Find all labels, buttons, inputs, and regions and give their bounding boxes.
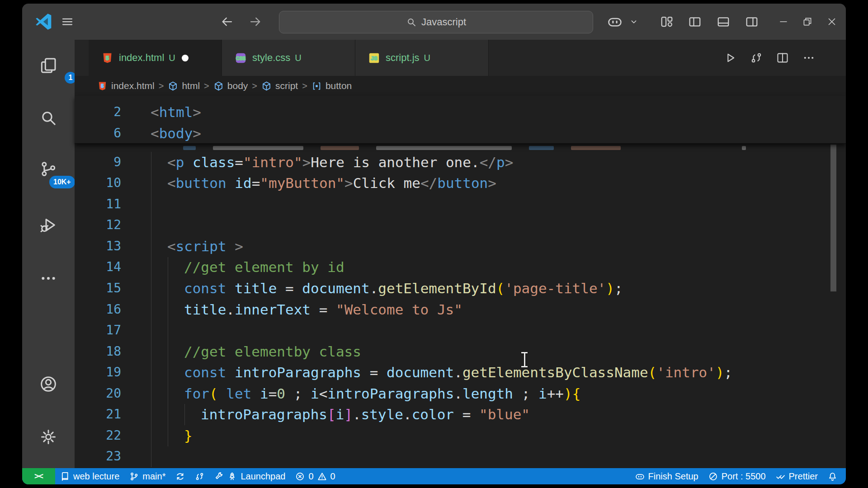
customize-layout-icon[interactable] [657, 12, 677, 32]
code-line[interactable]: 21introParagraphs[i].style.color = "blue… [75, 404, 846, 425]
line-content: //get elementby class [122, 341, 846, 362]
activity-source-control[interactable]: 10K+ [38, 158, 59, 180]
minimize-button[interactable] [774, 12, 793, 32]
breadcrumb-label: body [227, 80, 248, 91]
line-number: 20 [75, 383, 122, 404]
line-number: 19 [75, 362, 122, 383]
code-line[interactable]: 12 [75, 215, 846, 236]
screen: Javascript [0, 0, 868, 488]
code-line[interactable]: 9<p class="intro">Here is another one.</… [75, 152, 846, 173]
run-icon [724, 52, 736, 64]
line-number: 16 [75, 299, 122, 320]
sticky-scroll: 2<html>6<body> [75, 96, 846, 144]
toggle-secondary-sidebar-icon[interactable] [742, 12, 762, 32]
code-line[interactable]: 22} [75, 425, 846, 446]
status-prettier[interactable]: Prettier [771, 468, 823, 484]
tabs: 5index.htmlUCSSstyle.cssUJSscript.jsU [89, 40, 489, 76]
status-compare-changes[interactable] [190, 468, 209, 484]
status-remote[interactable]: >< [22, 468, 55, 484]
line-number: 23 [75, 446, 122, 467]
toggle-sidebar-icon[interactable] [685, 12, 705, 32]
git-status-badge: U [169, 53, 175, 63]
code-line[interactable]: 17 [75, 320, 846, 341]
more-icon [802, 52, 815, 64]
chevron-down-icon[interactable] [626, 12, 642, 32]
line-content [122, 446, 846, 467]
scm-icon [39, 160, 57, 178]
close-button[interactable] [822, 12, 842, 32]
activity-settings[interactable] [38, 426, 59, 448]
line-content: <body> [122, 123, 846, 144]
tab-bar: 5index.htmlUCSSstyle.cssUJSscript.jsU [75, 40, 846, 76]
code-line[interactable]: 6<body> [75, 123, 846, 144]
menu-icon[interactable] [57, 12, 77, 32]
open-changes-button[interactable] [746, 48, 766, 68]
line-number: 6 [75, 123, 122, 144]
more-actions-button[interactable] [799, 48, 819, 68]
line-number: 15 [75, 278, 122, 299]
activity-run-debug[interactable] [38, 214, 59, 236]
gear-icon [39, 428, 57, 446]
copilot-icon[interactable] [604, 12, 625, 32]
code-line[interactable]: 14//get element by id [75, 257, 846, 278]
breadcrumb-label: html [182, 80, 200, 91]
toggle-panel-icon[interactable] [713, 12, 733, 32]
html5-icon: 5 [97, 81, 108, 91]
breadcrumb-item[interactable]: body [213, 80, 248, 91]
code-line[interactable]: 19const introParagraphs = document.getEl… [75, 362, 846, 383]
tab-script.js[interactable]: JSscript.jsU [355, 40, 489, 76]
line-content [122, 320, 846, 341]
activity-explorer[interactable]: 1 [38, 55, 59, 76]
code-line[interactable]: 10<button id="myButton">Click me</button… [75, 173, 846, 194]
line-number: 2 [75, 102, 122, 123]
copilot-icon [635, 472, 645, 481]
code-line[interactable]: 16title.innerText = "Welcome to Js" [75, 299, 846, 320]
breadcrumb-item[interactable]: button [311, 80, 352, 91]
copilot-setup-label: Finish Setup [648, 471, 698, 482]
breadcrumb-item[interactable]: script [261, 80, 298, 91]
status-repository[interactable]: web lecture [55, 468, 124, 484]
run-button[interactable] [720, 48, 740, 68]
breadcrumb-item[interactable]: 5index.html [97, 80, 155, 91]
unsaved-dot-icon[interactable] [182, 55, 189, 61]
status-notifications[interactable] [823, 468, 842, 484]
status-launchpad[interactable]: Launchpad [209, 468, 290, 484]
breadcrumb-item[interactable]: html [168, 80, 200, 91]
git-status-badge: U [424, 53, 430, 63]
tab-index.html[interactable]: 5index.htmlU [89, 40, 222, 76]
mouse-cursor-ibeam [520, 352, 528, 367]
command-center[interactable]: Javascript [279, 11, 593, 33]
status-sync[interactable] [170, 468, 190, 484]
tab-style.css[interactable]: CSSstyle.cssU [222, 40, 355, 76]
restore-button[interactable] [797, 12, 817, 32]
status-git-branch[interactable]: main* [124, 468, 170, 484]
code-line[interactable]: 18//get elementby class [75, 341, 846, 362]
status-copilot-setup[interactable]: Finish Setup [630, 468, 703, 484]
line-content: const introParagraphs = document.getElem… [122, 362, 846, 383]
status-live-server-port[interactable]: Port : 5500 [703, 468, 771, 484]
line-content: introParagraphs[i].style.color = "blue" [122, 404, 846, 425]
forward-icon[interactable] [245, 12, 265, 32]
activity-search[interactable] [38, 107, 59, 129]
breadcrumb-separator: > [159, 81, 164, 91]
scrollbar-thumb[interactable] [830, 145, 836, 291]
activity-more[interactable] [38, 267, 59, 289]
code-line[interactable]: 15const title = document.getElementById(… [75, 278, 846, 299]
code-line[interactable]: 13<script > [75, 236, 846, 257]
line-content: <p class="intro">Here is another one.</p… [122, 152, 846, 173]
code-line[interactable]: 20for( let i=0 ; i<introParagraphs.lengt… [75, 383, 846, 404]
breadcrumb-label: index.html [111, 80, 155, 91]
line-number: 10 [75, 173, 122, 194]
git-status-badge: U [295, 53, 301, 63]
code-line[interactable]: 23 [75, 446, 846, 467]
editor[interactable]: 9<p class="intro">Here is another one.</… [75, 96, 846, 468]
back-icon[interactable] [217, 12, 237, 32]
code-line[interactable]: 11 [75, 194, 846, 215]
activity-account[interactable] [38, 373, 59, 395]
code-line[interactable]: 2<html> [75, 102, 846, 123]
split-editor-button[interactable] [773, 48, 793, 68]
status-problems[interactable]: 00 [290, 468, 340, 484]
line-content: <button id="myButton">Click me</button> [122, 173, 846, 194]
vscode-window: Javascript [22, 4, 846, 484]
launchpad-label: Launchpad [241, 471, 285, 482]
